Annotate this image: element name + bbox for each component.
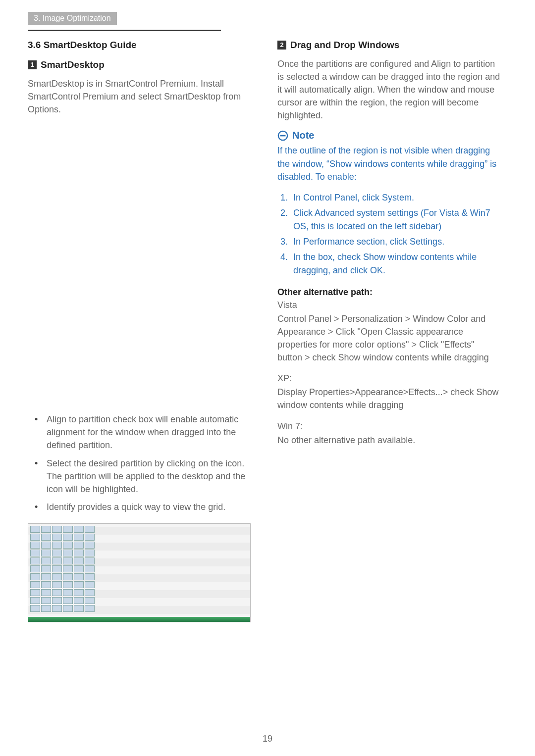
step-badge-1: 1 [28, 60, 37, 69]
step-badge-2: 2 [277, 41, 286, 50]
feature-bullets: Align to partition check box will enable… [28, 413, 251, 513]
subsection-title: Drag and Drop Windows [290, 40, 399, 50]
win7-text: No other alternative path available. [277, 434, 500, 447]
subsection-smartdesktop: 1 SmartDesktop [28, 59, 251, 70]
list-item: Align to partition check box will enable… [28, 413, 251, 452]
page-number: 19 [0, 734, 535, 744]
desktop-screenshot [28, 523, 251, 622]
note-text: If the outline of the region is not visi… [277, 144, 500, 183]
horizontal-rule [28, 30, 221, 31]
list-item: In Performance section, click Settings. [290, 235, 500, 249]
list-item: In Control Panel, click System. [290, 191, 500, 204]
section-title: 3.6 SmartDesktop Guide [28, 40, 251, 50]
drag-drop-paragraph: Once the partitions are configured and A… [277, 57, 500, 122]
subsection-title: SmartDesktop [41, 59, 105, 70]
svg-rect-1 [280, 135, 286, 137]
xp-text: Display Properties>Appearance>Effects...… [277, 386, 500, 411]
note-label: Note [292, 130, 314, 141]
subsection-drag-drop: 2 Drag and Drop Windows [277, 40, 500, 50]
list-item: Identify provides a quick way to view th… [28, 501, 251, 513]
desktop-icons-grid [30, 526, 95, 615]
list-item: Click Advanced system settings (For Vist… [290, 206, 500, 233]
breadcrumb: 3. Image Optimization [28, 12, 117, 25]
note-icon [277, 130, 288, 141]
taskbar [28, 617, 250, 622]
note-heading: Note [277, 130, 314, 141]
alt-path-heading: Other alternative path: [277, 287, 500, 298]
xp-label: XP: [277, 372, 500, 385]
intro-paragraph: SmartDesktop is in SmartControl Premium.… [28, 77, 251, 116]
right-column: 2 Drag and Drop Windows Once the partiti… [277, 40, 500, 454]
list-item: In the box, check Show window contents w… [290, 251, 500, 277]
vista-text: Control Panel > Personalization > Window… [277, 312, 500, 364]
note-steps: In Control Panel, click System. Click Ad… [277, 191, 500, 277]
list-item: Select the desired partition by clicking… [28, 457, 251, 496]
win7-label: Win 7: [277, 420, 500, 433]
vista-label: Vista [277, 299, 500, 311]
left-column: 3.6 SmartDesktop Guide 1 SmartDesktop Sm… [28, 40, 251, 622]
